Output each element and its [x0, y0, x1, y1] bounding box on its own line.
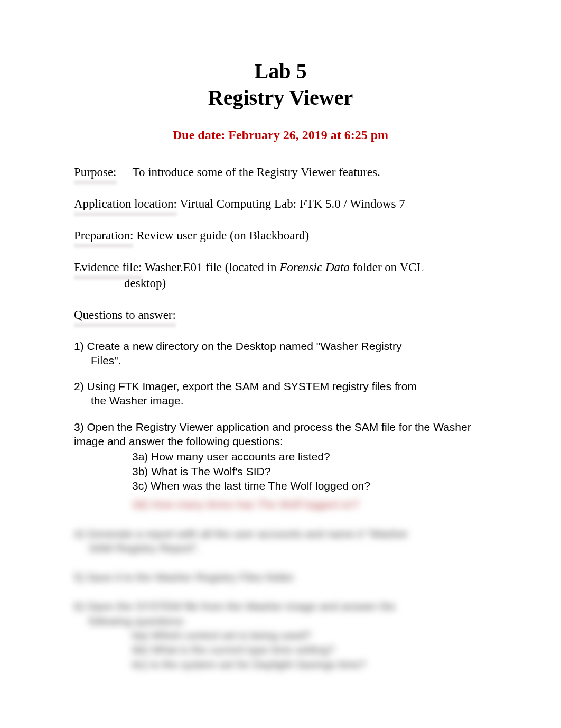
questions-header: Questions to answer: — [74, 307, 487, 323]
blurred-q4a: 4) Generate a report with all the user a… — [74, 527, 487, 541]
blurred-content: 3d) How many times has The Wolf logged o… — [74, 497, 487, 671]
blurred-q6a: 6) Open the SYSTEM file from the Washer … — [74, 599, 487, 613]
document-title: Lab 5 Registry Viewer — [74, 58, 487, 111]
blurred-q6: 6) Open the SYSTEM file from the Washer … — [74, 599, 487, 671]
title-line-1: Lab 5 — [74, 58, 487, 85]
evidence-text-before: Washer.E01 file (located in — [142, 261, 279, 274]
blurred-q6d: 6b) What is the current type time settin… — [132, 642, 487, 657]
due-date: Due date: February 26, 2019 at 6:25 pm — [74, 127, 487, 143]
q3-sub-questions: 3a) How many user accounts are listed? 3… — [132, 449, 487, 493]
q3b: 3b) What is The Wolf's SID? — [132, 464, 487, 478]
blurred-q5: 5) Save it to the Washer Registry Files … — [74, 570, 487, 584]
blurred-q4: 4) Generate a report with all the user a… — [74, 527, 487, 556]
preparation-section: Preparation: Review user guide (on Black… — [74, 228, 487, 244]
preparation-label: Preparation: — [74, 228, 133, 244]
q1-text: 1) Create a new directory on the Desktop… — [74, 339, 487, 353]
questions-label: Questions to answer: — [74, 307, 176, 323]
application-label: Application location: — [74, 196, 177, 212]
blurred-q6e: 6c) Is the system set for Daylight Savin… — [132, 657, 487, 671]
application-section: Application location: Virtual Computing … — [74, 196, 487, 212]
evidence-label: Evidence file: — [74, 260, 142, 275]
evidence-italic: Forensic Data — [279, 261, 350, 274]
blurred-q4b: SAM Registry Report". — [89, 541, 487, 555]
purpose-section: Purpose: To introduce some of the Regist… — [74, 164, 487, 180]
evidence-section: Evidence file: Washer.E01 file (located … — [74, 260, 487, 291]
question-3: 3) Open the Registry Viewer application … — [74, 420, 487, 493]
blurred-q3d: 3d) How many times has The Wolf logged o… — [132, 497, 487, 511]
q3a: 3a) How many user accounts are listed? — [132, 449, 487, 464]
evidence-line2: desktop) — [124, 275, 487, 291]
question-2: 2) Using FTK Imager, export the SAM and … — [74, 379, 487, 408]
title-line-2: Registry Viewer — [74, 85, 487, 111]
blurred-q6b: following questions: — [89, 614, 487, 628]
q2-text: 2) Using FTK Imager, export the SAM and … — [74, 379, 487, 393]
q2-text-b: the Washer image. — [91, 393, 487, 408]
q3-text: 3) Open the Registry Viewer application … — [74, 420, 487, 449]
application-text: Virtual Computing Lab: FTK 5.0 / Windows… — [177, 197, 405, 210]
blurred-q6c: 6a) Which control set is being used? — [132, 628, 487, 642]
preparation-text: Review user guide (on Blackboard) — [133, 229, 309, 242]
purpose-text: To introduce some of the Registry Viewer… — [133, 164, 380, 180]
q1-text-b: Files". — [91, 353, 487, 367]
purpose-label: Purpose: — [74, 164, 117, 180]
evidence-text-after: folder on VCL — [350, 261, 424, 274]
q3c: 3c) When was the last time The Wolf logg… — [132, 478, 487, 493]
question-1: 1) Create a new directory on the Desktop… — [74, 339, 487, 368]
